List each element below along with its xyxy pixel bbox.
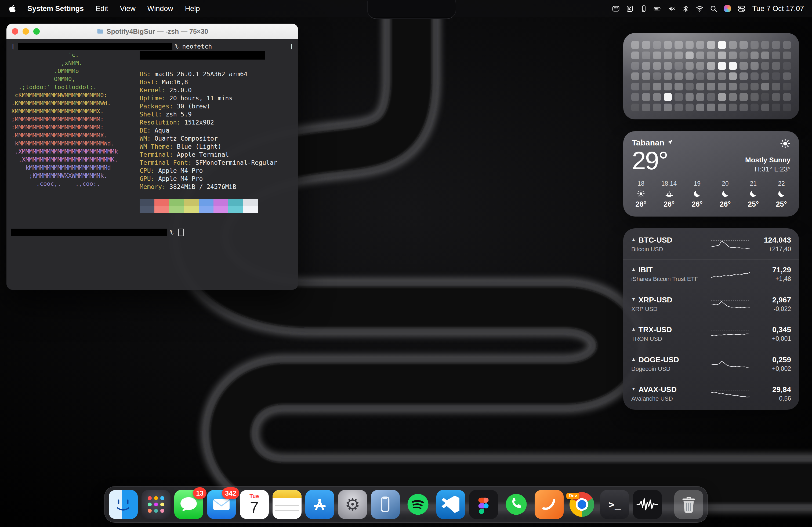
dock-finder[interactable] xyxy=(109,490,138,519)
activity-grid xyxy=(631,41,791,111)
dock-screen-studio[interactable] xyxy=(535,490,564,519)
grid-cell xyxy=(642,82,650,90)
volume-mute-icon[interactable] xyxy=(667,4,677,13)
control-center-icon[interactable] xyxy=(737,4,746,13)
hourly-forecast-item: 2225° xyxy=(772,180,791,209)
menu-window[interactable]: Window xyxy=(147,4,173,13)
zoom-button[interactable] xyxy=(33,28,40,35)
bluetooth-icon[interactable] xyxy=(681,4,690,13)
spotlight-search-icon[interactable] xyxy=(709,4,718,13)
stock-row-trx-usd[interactable]: ▲TRX-USDTRON USD0,345+0,001 xyxy=(623,319,799,349)
menu-help[interactable]: Help xyxy=(185,4,200,13)
grid-cell xyxy=(653,51,661,59)
minimize-button[interactable] xyxy=(23,28,29,35)
grid-cell xyxy=(696,62,704,70)
grid-cell xyxy=(761,41,769,49)
dock-figma[interactable] xyxy=(469,490,498,519)
grid-cell xyxy=(751,93,758,101)
stock-sparkline xyxy=(710,298,751,311)
grid-cell xyxy=(642,62,650,70)
grid-cell xyxy=(783,104,791,111)
sun-icon xyxy=(637,189,645,198)
app-store-icon xyxy=(305,490,334,519)
stock-row-xrp-usd[interactable]: ▼XRP-USDXRP USD2,967-0,022 xyxy=(623,289,799,319)
menu-edit[interactable]: Edit xyxy=(96,4,108,13)
weather-widget[interactable]: Tabanan 29° Mostly Sunny H:31° L:23° 182… xyxy=(623,131,799,216)
widget-column: Tabanan 29° Mostly Sunny H:31° L:23° 182… xyxy=(623,33,799,410)
dock-calendar[interactable]: Tue7 xyxy=(240,490,269,519)
stock-symbol: XRP-USD xyxy=(639,296,672,304)
grid-cell xyxy=(631,41,639,49)
stock-symbol: BTC-USD xyxy=(639,236,672,244)
stock-name: TRON USD xyxy=(631,335,706,342)
moon-icon xyxy=(721,189,729,198)
device-icon[interactable] xyxy=(639,4,649,13)
menu-view[interactable]: View xyxy=(120,4,135,13)
grid-cell xyxy=(675,93,683,101)
grid-cell xyxy=(729,41,737,49)
stock-row-avax-usd[interactable]: ▼AVAX-USDAvalanche USD29,84-0,56 xyxy=(623,379,799,409)
hourly-forecast-item: 2026° xyxy=(716,180,735,209)
keka-icon[interactable] xyxy=(625,4,635,13)
dock-whatsapp[interactable] xyxy=(502,490,531,519)
grid-cell xyxy=(761,62,769,70)
grid-cell xyxy=(751,82,758,90)
grid-cell xyxy=(761,104,769,111)
whatsapp-icon xyxy=(502,490,531,519)
dock-trash[interactable] xyxy=(674,490,703,519)
stock-symbol: DOGE-USD xyxy=(639,356,679,364)
stock-row-doge-usd[interactable]: ▲DOGE-USDDogecoin USD0,259+0,002 xyxy=(623,349,799,379)
stock-row-ibit[interactable]: ▲IBITiShares Bitcoin Trust ETF71,29+1,48 xyxy=(623,259,799,289)
dock-terminal[interactable]: >_ xyxy=(600,490,629,519)
grid-cell xyxy=(740,41,748,49)
grid-cell xyxy=(664,62,672,70)
apple-menu-icon[interactable] xyxy=(9,4,16,13)
stock-sparkline xyxy=(710,328,751,341)
terminal-titlebar[interactable]: Spotify4BigSur — -zsh — 75×30 xyxy=(6,24,298,39)
grid-cell xyxy=(740,62,748,70)
stocks-widget[interactable]: ▲BTC-USDBitcoin USD124.043+217,40▲IBITiS… xyxy=(623,228,799,410)
dock-vscode[interactable] xyxy=(436,490,465,519)
stock-name: Avalanche USD xyxy=(631,395,706,402)
dock-system-settings[interactable]: ⚙ xyxy=(338,490,367,519)
redacted-prompt-2 xyxy=(11,229,167,236)
window-manager-icon[interactable] xyxy=(611,4,621,13)
info-terminal: Terminal: Apple_Terminal xyxy=(140,151,277,159)
siri-icon[interactable] xyxy=(723,4,732,13)
menu-bar-clock[interactable]: Tue 7 Oct 17.07 xyxy=(752,4,804,13)
dock-divider xyxy=(668,492,668,517)
grid-cell xyxy=(718,51,726,59)
dock-mail[interactable]: 342 xyxy=(207,490,236,519)
stock-price: 124.043 xyxy=(755,236,791,244)
grid-cell xyxy=(653,62,661,70)
dock-messages[interactable]: 13 xyxy=(174,490,203,519)
info-separator: ────────────────────────────── xyxy=(140,62,277,70)
terminal-command-line: [ % neofetch ] xyxy=(11,42,293,50)
terminal-content[interactable]: [ % neofetch ] 'c. ,xNMM. .OMMMMo OMMM0,… xyxy=(6,39,298,290)
dock: 13342Tue7⚙Dev>_ xyxy=(104,486,708,523)
stock-row-btc-usd[interactable]: ▲BTC-USDBitcoin USD124.043+217,40 xyxy=(623,229,799,259)
stock-change: -0,56 xyxy=(755,395,791,402)
dock-iphone-mirroring[interactable] xyxy=(371,490,400,519)
activity-grid-widget[interactable] xyxy=(623,33,799,119)
dock-spotify[interactable] xyxy=(404,490,433,519)
grid-cell xyxy=(772,82,780,90)
dock-launchpad[interactable] xyxy=(142,490,171,519)
dock-waveform-app[interactable] xyxy=(633,490,662,519)
battery-charging-icon[interactable] xyxy=(653,4,663,13)
terminal-cursor xyxy=(178,229,184,236)
dock-notes[interactable] xyxy=(273,490,302,519)
close-button[interactable] xyxy=(12,28,18,35)
weather-condition: Mostly Sunny xyxy=(745,155,791,165)
active-app-name[interactable]: System Settings xyxy=(27,4,84,13)
grid-cell xyxy=(783,62,791,70)
dock-app-store[interactable] xyxy=(305,490,334,519)
grid-cell xyxy=(729,73,737,80)
terminal-prompt[interactable]: % xyxy=(11,228,293,236)
moon-icon xyxy=(777,189,786,198)
wifi-icon[interactable] xyxy=(695,4,704,13)
dock-chrome[interactable]: Dev xyxy=(567,490,596,519)
grid-cell xyxy=(729,104,737,111)
grid-cell xyxy=(685,41,694,49)
grid-cell xyxy=(707,51,715,59)
